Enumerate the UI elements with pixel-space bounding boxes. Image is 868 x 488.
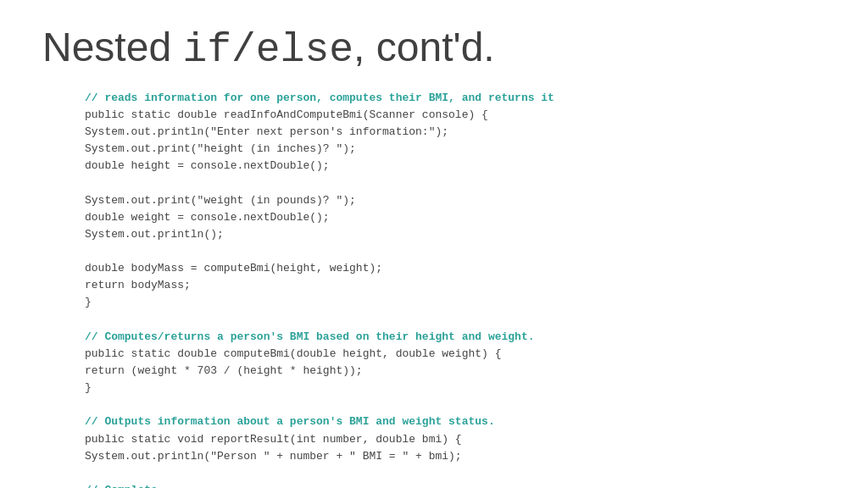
code-line: // reads information for one person, com… [85, 90, 826, 107]
code-line: public static double computeBmi(double h… [85, 346, 826, 363]
code-line [85, 312, 826, 329]
code-line: double weight = console.nextDouble(); [85, 209, 826, 226]
code-line: return bodyMass; [85, 277, 826, 294]
code-line: // Outputs information about a person's … [85, 413, 826, 430]
code-line: } [85, 294, 826, 311]
slide: Nested if/else, cont'd. // reads informa… [0, 0, 868, 488]
code-line: double height = console.nextDouble(); [85, 158, 826, 175]
title-prefix: Nested [42, 25, 182, 69]
code-line [85, 175, 826, 192]
code-line: System.out.print("weight (in pounds)? ")… [85, 192, 826, 209]
code-line: System.out.println("Person " + number + … [85, 448, 826, 465]
code-block: // reads information for one person, com… [42, 90, 826, 488]
slide-title: Nested if/else, cont'd. [42, 25, 826, 73]
code-line: } [85, 380, 826, 396]
code-line: public static void reportResult(int numb… [85, 431, 826, 448]
code-line: System.out.print("height (in inches)? ")… [85, 141, 826, 158]
code-line: public static double readInfoAndComputeB… [85, 107, 826, 124]
code-line: System.out.println("Enter next person's … [85, 124, 826, 141]
code-line [85, 243, 826, 260]
code-line [85, 465, 826, 482]
code-line: // Computes/returns a person's BMI based… [85, 329, 826, 346]
code-line: double bodyMass = computeBmi(height, wei… [85, 260, 826, 277]
title-suffix: , cont'd. [353, 25, 495, 69]
code-line: // Complete... [85, 482, 826, 488]
code-line [85, 396, 826, 413]
code-line: return (weight * 703 / (height * height)… [85, 363, 826, 380]
code-line: System.out.println(); [85, 226, 826, 243]
title-code: if/else [182, 27, 353, 73]
